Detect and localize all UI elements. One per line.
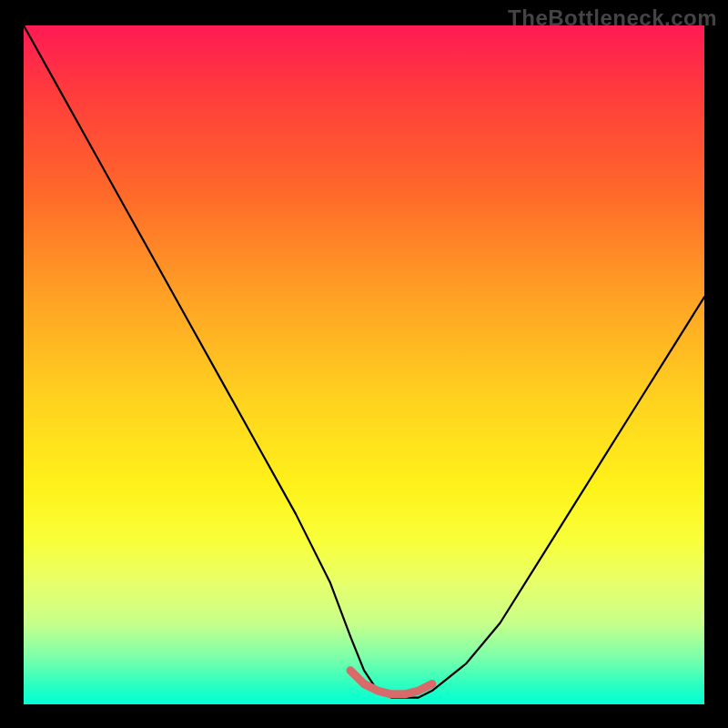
bottleneck-curve bbox=[24, 25, 704, 698]
chart-frame: TheBottleneck.com bbox=[0, 0, 728, 728]
curve-minimum-highlight bbox=[350, 671, 432, 694]
chart-svg bbox=[24, 25, 704, 704]
plot-area bbox=[24, 25, 704, 704]
watermark-text: TheBottleneck.com bbox=[508, 5, 717, 31]
